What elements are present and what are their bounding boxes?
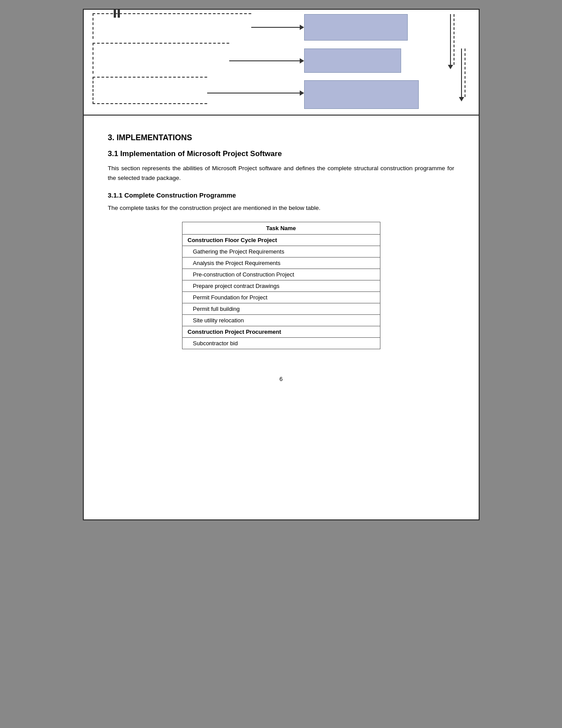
table-row: Site utility relocation xyxy=(182,314,380,326)
diagram-section xyxy=(84,10,479,116)
table-row: Pre-construction of Construction Project xyxy=(182,269,380,280)
table-row: Permit full building xyxy=(182,303,380,314)
page-number: 6 xyxy=(84,376,479,391)
arrow-down-1 xyxy=(448,14,453,69)
blue-box-mid xyxy=(304,49,401,73)
table-wrapper: Task Name Construction Floor Cycle Proje… xyxy=(108,222,454,349)
section31-heading: 3.1 Implementation of Microsoft Project … xyxy=(108,149,454,158)
table-row: Prepare project contract Drawings xyxy=(182,280,380,291)
table-header: Task Name xyxy=(182,222,380,234)
section311-heading: 3.1.1 Complete Construction Programme xyxy=(108,191,454,199)
page: 3. IMPLEMENTATIONS 3.1 Implementation of… xyxy=(83,9,480,520)
section31-body: This section represents the abilities of… xyxy=(108,164,454,183)
blue-box-top xyxy=(304,14,408,41)
arrow-mid xyxy=(229,58,304,63)
arrow-top xyxy=(251,25,304,30)
section311-body: The complete tasks for the construction … xyxy=(108,203,454,213)
content-section: 3. IMPLEMENTATIONS 3.1 Implementation of… xyxy=(84,116,479,376)
table-row: Construction Project Procurement xyxy=(182,326,380,337)
table-row: Permit Foundation for Project xyxy=(182,291,380,303)
bracket-mid xyxy=(93,43,229,74)
arrow-bot xyxy=(207,90,304,96)
bracket-top xyxy=(93,13,251,39)
table-row: Analysis the Project Requirements xyxy=(182,257,380,269)
table-row: Gathering the Project Requirements xyxy=(182,246,380,257)
section3-heading: 3. IMPLEMENTATIONS xyxy=(108,133,454,142)
blue-box-bot xyxy=(304,80,419,109)
table-row: Construction Floor Cycle Project xyxy=(182,234,380,246)
arrow-down-2 xyxy=(459,49,464,101)
table-row: Subcontractor bid xyxy=(182,337,380,349)
bracket-bot xyxy=(93,77,207,104)
tasks-table: Task Name Construction Floor Cycle Proje… xyxy=(182,222,380,349)
